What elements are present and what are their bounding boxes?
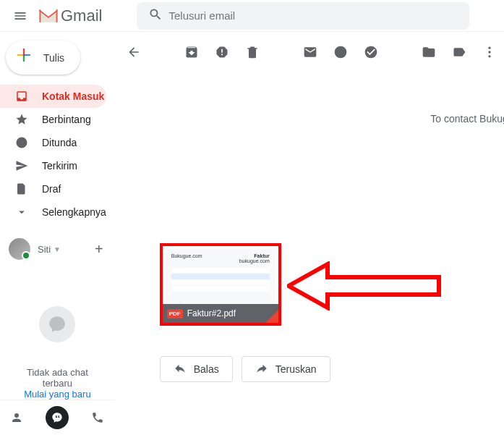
svg-rect-0: [23, 48, 25, 54]
spam-button[interactable]: [215, 45, 229, 59]
hangouts-icon: [39, 306, 75, 342]
sidebar-item-more[interactable]: Selengkapnya: [0, 200, 106, 224]
nav-list: Kotak Masuk Berbintang Ditunda Terkirim …: [0, 85, 115, 224]
menu-icon[interactable]: [6, 1, 35, 30]
sidebar-item-label: Terkirim: [42, 160, 77, 172]
contact-note: To contact Bukug: [430, 113, 504, 124]
compose-label: Tulis: [43, 52, 64, 64]
search-icon: [142, 7, 168, 24]
move-button[interactable]: [422, 45, 436, 59]
label-button[interactable]: [452, 45, 466, 59]
mark-unread-button[interactable]: [303, 45, 317, 59]
reply-label: Balas: [194, 363, 219, 375]
message-actions: Balas Teruskan: [160, 356, 330, 382]
svg-point-6: [488, 55, 490, 57]
sidebar-item-label: Draf: [42, 183, 61, 195]
sidebar-item-label: Kotak Masuk: [42, 90, 104, 102]
chat-header: Siti ▼ +: [0, 231, 115, 267]
preview-title: Faktur: [254, 253, 269, 258]
compose-button[interactable]: Tulis: [6, 41, 80, 75]
sidebar-item-snoozed[interactable]: Ditunda: [0, 131, 106, 154]
search-bar[interactable]: [137, 2, 469, 30]
delete-button[interactable]: [245, 45, 260, 59]
preview-site: Bukugue.com: [171, 253, 202, 263]
annotation-arrow-icon: [287, 261, 446, 311]
svg-rect-2: [23, 56, 25, 62]
forward-button[interactable]: Teruskan: [242, 356, 330, 382]
back-button[interactable]: [127, 45, 141, 59]
svg-point-5: [488, 51, 490, 53]
clock-icon: [14, 136, 29, 149]
svg-rect-1: [25, 54, 30, 56]
attachment-footer: PDF Faktur#2.pdf: [163, 304, 278, 323]
avatar[interactable]: [9, 238, 30, 260]
main: To contact Bukug Bukugue.com Faktur buku…: [115, 32, 504, 435]
svg-rect-3: [17, 54, 23, 56]
sidebar-item-drafts[interactable]: Draf: [0, 177, 106, 200]
add-task-button[interactable]: [364, 45, 378, 59]
chevron-down-icon: [14, 206, 29, 219]
inbox-icon: [14, 90, 29, 103]
attachment-card[interactable]: Bukugue.com Faktur bukugue.com PD: [160, 243, 281, 326]
send-icon: [14, 159, 29, 172]
attachment-filename: Faktur#2.pdf: [187, 308, 236, 318]
sidebar-item-starred[interactable]: Berbintang: [0, 108, 106, 131]
forward-label: Teruskan: [276, 363, 317, 375]
file-icon: [14, 182, 29, 195]
search-input[interactable]: [168, 9, 464, 22]
chat-empty-state: Tidak ada chat terbaru Mulai yang baru: [0, 267, 115, 400]
reply-button[interactable]: Balas: [160, 356, 233, 382]
gmail-logo[interactable]: Gmail: [38, 7, 102, 25]
star-icon: [14, 113, 29, 126]
more-button[interactable]: [482, 45, 497, 59]
logo-text: Gmail: [61, 7, 102, 25]
tab-calls[interactable]: [86, 406, 109, 429]
chat-username[interactable]: Siti: [38, 244, 51, 255]
preview-sub: bukugue.com: [239, 258, 270, 263]
sidebar-item-label: Berbintang: [42, 114, 91, 125]
tab-hangouts[interactable]: [46, 406, 69, 429]
sidebar: Tulis Kotak Masuk Berbintang Ditunda Ter…: [0, 32, 115, 435]
svg-point-4: [488, 47, 490, 49]
message-content: To contact Bukug Bukugue.com Faktur buku…: [160, 69, 504, 435]
toolbar: [115, 35, 504, 69]
chevron-down-icon[interactable]: ▼: [54, 245, 61, 253]
pdf-badge: PDF: [167, 309, 183, 318]
chat-empty-text: Tidak ada chat terbaru: [14, 367, 101, 389]
plus-icon: [14, 46, 33, 69]
snooze-button[interactable]: [333, 45, 348, 59]
header: Gmail: [0, 0, 504, 32]
sidebar-item-label: Ditunda: [42, 137, 77, 148]
chat-start-link[interactable]: Mulai yang baru: [14, 389, 101, 400]
reply-icon: [174, 362, 187, 377]
sidebar-item-label: Selengkapnya: [42, 206, 106, 218]
sidebar-item-sent[interactable]: Terkirim: [0, 154, 106, 177]
tab-contacts[interactable]: [5, 406, 28, 429]
fold-corner-icon: [265, 310, 278, 323]
new-chat-button[interactable]: +: [95, 241, 103, 258]
bottom-tabs: [0, 400, 115, 435]
sidebar-item-inbox[interactable]: Kotak Masuk: [0, 85, 106, 108]
forward-icon: [255, 362, 268, 377]
archive-button[interactable]: [184, 45, 199, 59]
